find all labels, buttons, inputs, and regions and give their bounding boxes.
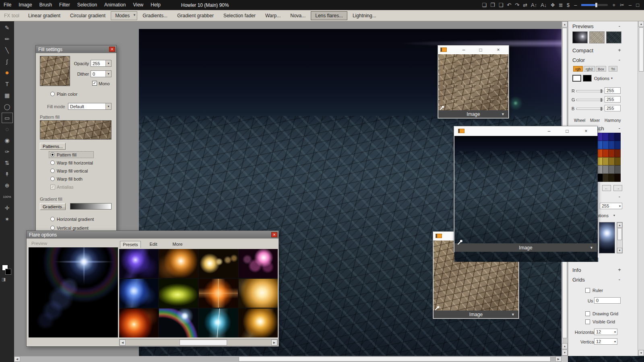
caret-down-icon[interactable]: ▼ bbox=[590, 246, 593, 250]
scroll-right-button[interactable]: ▶ bbox=[555, 356, 561, 362]
scroll-left-button[interactable]: ◀ bbox=[14, 356, 20, 362]
palette-swatch[interactable] bbox=[609, 141, 615, 149]
palette-swatch[interactable] bbox=[609, 165, 615, 173]
palette-swatch[interactable] bbox=[615, 141, 621, 149]
dropper-tool[interactable]: ✑ bbox=[2, 147, 12, 156]
flare-preset-purple[interactable] bbox=[119, 249, 158, 278]
fx-button[interactable]: Warp... bbox=[261, 11, 285, 20]
color-mixer-link[interactable]: Mixer bbox=[590, 118, 600, 123]
fill-settings-close-button[interactable]: × bbox=[109, 47, 115, 52]
panel-vertical-scrollbar[interactable]: ▲ ▼ bbox=[638, 21, 644, 356]
menu-item[interactable]: Filter bbox=[56, 0, 74, 10]
scroll-down-button[interactable]: ▼ bbox=[562, 350, 568, 356]
window-close-button[interactable]: × bbox=[495, 47, 502, 53]
palette-prev-button[interactable]: ← bbox=[602, 185, 611, 191]
flare-preset-rainbow-arc[interactable] bbox=[159, 309, 198, 337]
tab-rgb[interactable]: rgb bbox=[573, 66, 583, 72]
warp-fill-vertical-radio[interactable] bbox=[50, 169, 55, 173]
channel-r-slider[interactable] bbox=[576, 90, 603, 92]
tab-presets[interactable]: Presets bbox=[120, 241, 141, 248]
patterns-button[interactable]: Patterns... bbox=[40, 143, 66, 150]
rect-select-tool[interactable]: ▭ bbox=[2, 113, 12, 123]
text-tool[interactable]: T bbox=[2, 79, 12, 89]
caret-down-icon[interactable]: ▾ bbox=[613, 330, 617, 334]
tab-tri[interactable]: Tri bbox=[609, 66, 617, 72]
gradient-preview-strip[interactable] bbox=[70, 203, 111, 210]
swap-icon[interactable]: ⇄ bbox=[523, 0, 527, 10]
plugins-icon[interactable]: ❖ bbox=[550, 0, 555, 10]
caret-down-icon[interactable]: ▾ bbox=[613, 214, 615, 217]
menu-item[interactable]: Selection bbox=[74, 0, 101, 10]
flare-preset-green-glow[interactable] bbox=[159, 279, 198, 308]
window-maximize-button[interactable]: □ bbox=[564, 128, 570, 134]
pin-tool[interactable]: ↟ bbox=[2, 169, 12, 179]
flare-preset-blue[interactable] bbox=[119, 279, 158, 308]
palette-swatch[interactable] bbox=[603, 141, 609, 149]
grid-horizontal-combo[interactable]: 12 ▾ bbox=[594, 329, 617, 335]
channel-g-value[interactable]: 255 bbox=[605, 96, 621, 103]
flare-options-panel[interactable]: Flare options × Preview Presets Edit Mor… bbox=[26, 230, 279, 347]
swatch-mini-scrollbar[interactable]: ▲ ▼ bbox=[617, 222, 623, 253]
horizontal-scroll-thumb[interactable] bbox=[239, 356, 551, 362]
flare-preset-orange-soft[interactable] bbox=[159, 249, 198, 278]
flare-preset-warm-glow[interactable] bbox=[239, 279, 278, 308]
caret-down-icon[interactable]: ▾ bbox=[611, 76, 613, 80]
caret-down-icon[interactable]: ▼ bbox=[501, 112, 505, 116]
swap-colors-icon[interactable]: ◨ bbox=[2, 277, 6, 282]
mini-scroll-thumb[interactable] bbox=[617, 228, 622, 240]
panel-scroll-up-button[interactable]: ▲ bbox=[638, 21, 644, 27]
zoom-slider[interactable] bbox=[581, 4, 608, 6]
clipboard-icon[interactable]: ❑ bbox=[499, 0, 504, 10]
fill-mode-combo[interactable]: Default ▾ bbox=[68, 103, 111, 110]
channel-b-slider-thumb[interactable] bbox=[601, 107, 602, 111]
flare-preview-image[interactable] bbox=[29, 247, 118, 337]
info-expand-button[interactable]: + bbox=[617, 267, 622, 273]
redo-icon[interactable]: ↷ bbox=[515, 0, 519, 10]
fx-button[interactable]: Selection fader bbox=[219, 11, 260, 20]
pan-tool[interactable]: ⇅ bbox=[2, 158, 12, 168]
copy-icon[interactable]: ❏ bbox=[482, 0, 487, 10]
window-image-bar[interactable]: Image ▼ bbox=[433, 311, 518, 318]
fill-settings-panel[interactable]: Fill settings × Opacity 255 ▾ Dither 0 ▾… bbox=[35, 45, 117, 234]
units-input[interactable]: 0 bbox=[594, 297, 621, 304]
vertical-gradient-radio[interactable] bbox=[50, 226, 55, 230]
previews-collapse-button[interactable]: - bbox=[617, 23, 622, 29]
primary-color-swatch[interactable] bbox=[572, 75, 581, 82]
flare-preset-orange-star[interactable] bbox=[199, 279, 238, 308]
channel-g-slider-thumb[interactable] bbox=[601, 98, 602, 102]
palette-swatch[interactable] bbox=[615, 157, 621, 165]
window-maximize-button[interactable]: □ bbox=[477, 47, 484, 53]
palette-swatch[interactable] bbox=[603, 174, 609, 182]
fx-button[interactable]: Gradients... bbox=[138, 11, 172, 20]
window-image-content[interactable] bbox=[438, 54, 508, 110]
ellipse-tool[interactable]: ◯ bbox=[2, 102, 12, 111]
flare-preset-red-orange[interactable] bbox=[119, 309, 158, 337]
zoom-out-button[interactable]: – bbox=[574, 0, 577, 10]
fx-button[interactable]: Circular gradient bbox=[66, 11, 110, 20]
menu-item[interactable]: Animation bbox=[101, 0, 129, 10]
palette-swatch[interactable] bbox=[615, 174, 621, 182]
flare-preset-golden[interactable] bbox=[239, 309, 278, 337]
flare-scroll-left-button[interactable]: ◀ bbox=[120, 339, 126, 346]
palette-swatch[interactable] bbox=[609, 174, 615, 182]
palette-swatch[interactable] bbox=[615, 165, 621, 173]
gradient-collapse-button[interactable]: - bbox=[617, 194, 622, 200]
channel-b-slider[interactable] bbox=[576, 108, 603, 110]
channel-r-slider-thumb[interactable] bbox=[601, 89, 602, 93]
horizontal-gradient-radio[interactable] bbox=[50, 217, 55, 221]
move-tool[interactable]: ✛ bbox=[2, 203, 12, 213]
warp-fill-both-radio[interactable] bbox=[50, 177, 55, 181]
paste-icon[interactable]: ❐ bbox=[490, 0, 495, 10]
caret-down-icon[interactable]: ▾ bbox=[618, 204, 622, 208]
palette-swatch[interactable] bbox=[609, 149, 615, 157]
window-titlebar[interactable]: – □ × bbox=[438, 45, 509, 55]
palette-swatch[interactable] bbox=[609, 133, 615, 141]
tab-rgb2[interactable]: rgb2 bbox=[584, 66, 595, 72]
channel-g-slider[interactable] bbox=[576, 99, 603, 101]
caret-down-icon[interactable]: ▾ bbox=[613, 340, 617, 343]
mini-scroll-down-button[interactable]: ▼ bbox=[617, 248, 622, 253]
fill-texture-thumbnail[interactable] bbox=[40, 56, 70, 86]
curve-tool[interactable]: ∫ bbox=[2, 57, 12, 66]
preview-thumbnail-dark[interactable] bbox=[606, 31, 621, 43]
menu-item[interactable]: View bbox=[129, 0, 147, 10]
